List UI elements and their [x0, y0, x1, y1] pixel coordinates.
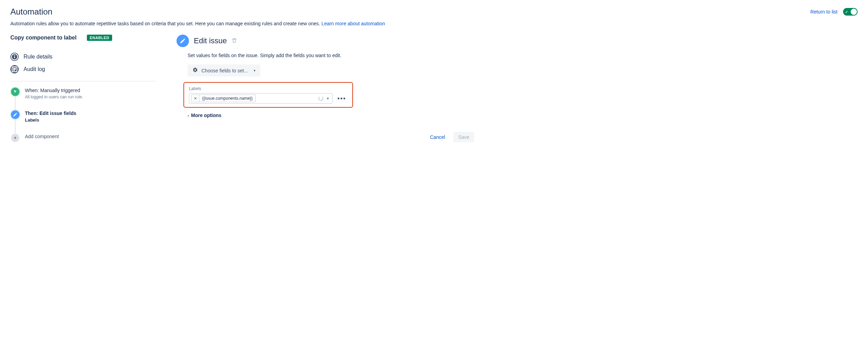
- nav-audit-log[interactable]: Audit log: [10, 63, 156, 75]
- nav-label: Audit log: [24, 66, 45, 72]
- pencil-icon: [177, 35, 189, 47]
- step-sub: All logged in users can run rule.: [25, 95, 83, 99]
- learn-more-link[interactable]: Learn more about automation: [322, 21, 385, 26]
- chevron-right-icon: ›: [188, 113, 189, 118]
- trash-icon[interactable]: [232, 38, 237, 44]
- token-value: {{issue.components.name}}: [199, 95, 255, 102]
- step-title: When: Manually triggered: [25, 88, 83, 93]
- nav-rule-details[interactable]: Rule details: [10, 51, 156, 63]
- check-icon: ✓: [845, 10, 848, 14]
- gear-icon: [192, 67, 198, 74]
- choose-fields-button[interactable]: Choose fields to set... ▾: [188, 64, 260, 77]
- labels-field-group: Labels ✕ {{issue.components.name}} ▼ •••: [183, 82, 353, 108]
- page-title: Automation: [10, 7, 52, 17]
- info-icon: [10, 53, 19, 61]
- return-to-list-link[interactable]: Return to list: [810, 9, 838, 15]
- divider: [10, 81, 156, 81]
- svg-point-2: [15, 55, 15, 56]
- toggle-knob: [851, 9, 857, 15]
- rule-name: Copy component to label: [10, 35, 76, 41]
- cancel-button[interactable]: Cancel: [425, 132, 450, 142]
- nav-label: Rule details: [24, 54, 53, 60]
- pencil-icon: [10, 110, 20, 119]
- list-icon: [10, 65, 19, 73]
- page-description: Automation rules allow you to automate r…: [10, 21, 858, 26]
- save-button[interactable]: Save: [453, 132, 474, 142]
- step-title: Add component: [25, 134, 59, 139]
- loading-spinner-icon: [318, 96, 323, 101]
- chevron-down-icon: ▼: [326, 97, 329, 100]
- more-actions-icon[interactable]: •••: [336, 95, 347, 102]
- rule-enabled-toggle[interactable]: ✓: [843, 8, 858, 16]
- labels-input[interactable]: ✕ {{issue.components.name}} ▼: [189, 93, 333, 104]
- step-title: Then: Edit issue fields: [25, 110, 76, 116]
- cursor-icon: [10, 87, 20, 97]
- field-label: Labels: [189, 86, 347, 91]
- choose-fields-label: Choose fields to set...: [201, 68, 248, 73]
- status-badge: ENABLED: [87, 35, 112, 41]
- editor-description: Set values for fields on the issue. Simp…: [188, 53, 858, 58]
- flow-step-add[interactable]: Add component: [10, 133, 156, 143]
- remove-token-icon[interactable]: ✕: [192, 95, 199, 102]
- step-sub: Labels: [25, 117, 76, 123]
- flow-step-when[interactable]: When: Manually triggered All logged in u…: [10, 87, 156, 110]
- more-options-toggle[interactable]: ›More options: [188, 113, 858, 118]
- label-token: ✕ {{issue.components.name}}: [191, 95, 256, 102]
- chevron-down-icon: ▾: [254, 69, 255, 72]
- flow-step-then[interactable]: Then: Edit issue fields Labels: [10, 110, 156, 133]
- plus-icon: [10, 133, 20, 143]
- editor-title: Edit issue: [194, 36, 227, 45]
